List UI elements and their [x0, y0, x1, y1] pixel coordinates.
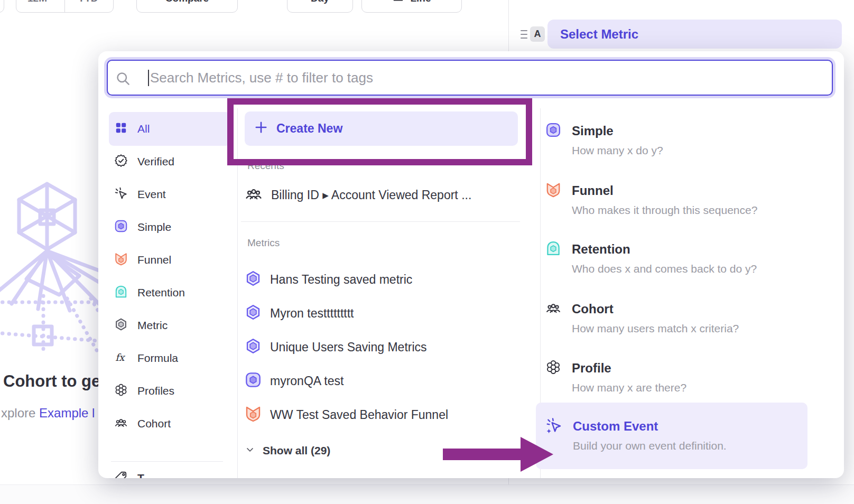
range-ytd-button[interactable]: YTD — [71, 0, 113, 12]
metric-list-item[interactable]: Myron testtttttttt — [245, 296, 530, 330]
saved-metric-hexagon-icon — [245, 270, 262, 289]
metric-item-label: Unique Users Saving Metrics — [270, 340, 427, 354]
cohort-icon — [114, 416, 128, 432]
select-metric-label: Select Metric — [560, 27, 638, 42]
sidebar-item-funnel[interactable]: Funnel — [109, 244, 231, 276]
metric-item-label: Myron testtttttttt — [270, 306, 354, 321]
segment-divider — [64, 0, 65, 12]
sidebar-item-label: Retention — [137, 286, 185, 299]
screen: 12M YTD Compare Day Line A Select Metric — [0, 0, 854, 504]
metric-item-label: myronQA test — [270, 374, 344, 388]
recent-item[interactable]: Billing ID ▸ Account Viewed Report ... — [245, 180, 530, 210]
type-title: Retention — [572, 240, 757, 258]
text-cursor — [148, 70, 149, 86]
sidebar-item-event[interactable]: Event — [109, 178, 231, 211]
line-chart-icon — [392, 0, 404, 5]
metric-item-label: Hans Testing saved metric — [270, 273, 412, 287]
funnel-icon — [245, 405, 262, 424]
metric-list-item[interactable]: Hans Testing saved metric — [245, 263, 530, 296]
sidebar-item-simple[interactable]: Simple — [109, 211, 231, 244]
verified-badge-icon — [114, 154, 128, 170]
sidebar-item-label: Funnel — [137, 254, 171, 266]
formula-icon: fx — [114, 350, 128, 366]
type-title: Custom Event — [573, 417, 727, 435]
compare-label: Compare — [165, 0, 209, 4]
explore-text: xplore — [1, 406, 39, 420]
example-link-partial[interactable]: l — [88, 406, 95, 420]
sidebar-item-retention[interactable]: Retention — [109, 276, 231, 309]
metric-list-item[interactable]: WW Test Saved Behavior Funnel — [245, 398, 530, 432]
compare-button[interactable]: Compare — [136, 0, 238, 13]
toolbar-edge-button[interactable] — [0, 0, 4, 13]
metric-type-cohort[interactable]: Cohort How many users match x criteria? — [545, 300, 810, 337]
range-ytd-label: YTD — [78, 0, 98, 4]
annotation-highlight-box — [227, 98, 532, 165]
simple-icon — [545, 122, 561, 158]
metric-type-retention[interactable]: Retention Who does x and comes back to d… — [545, 240, 810, 277]
chart-type-label: Line — [410, 0, 431, 4]
type-description: How many x do y? — [572, 143, 663, 158]
sidebar-item-cohort[interactable]: Cohort — [109, 407, 231, 440]
cohort-icon — [245, 185, 263, 205]
profiles-icon — [114, 383, 128, 399]
chart-type-line-button[interactable]: Line — [361, 0, 462, 13]
saved-metric-hexagon-icon — [245, 304, 262, 323]
sidebar-item-label: Verified — [137, 155, 174, 168]
sidebar-item-label: Metric — [137, 319, 168, 332]
range-12m-button[interactable]: 12M — [16, 0, 58, 12]
interval-day-button[interactable]: Day — [287, 0, 353, 13]
type-description: How many users match x criteria? — [572, 321, 739, 337]
section-divider — [241, 221, 520, 222]
metric-hexagon-icon — [114, 318, 128, 333]
metric-list-item[interactable]: Unique Users Saving Metrics — [245, 330, 530, 364]
sidebar-item-all[interactable]: All — [109, 112, 231, 146]
empty-state-subtext: xplore Example l — [1, 406, 95, 421]
sidebar-item-label: Formula — [137, 352, 178, 365]
sidebar-item-tags-partial[interactable]: T — [114, 470, 144, 478]
saved-metric-hexagon-icon — [245, 338, 262, 357]
empty-state-headline: Cohort to ge — [3, 372, 100, 391]
type-description: Who makes it through this sequence? — [572, 202, 757, 218]
sidebar-item-verified[interactable]: Verified — [109, 145, 231, 178]
type-title: Funnel — [572, 182, 757, 200]
type-title: Cohort — [572, 300, 739, 318]
metric-type-simple[interactable]: Simple How many x do y? — [545, 122, 810, 158]
search-input[interactable] — [108, 61, 832, 95]
sidebar-item-formula[interactable]: fx Formula — [109, 342, 231, 375]
type-description: How many x are there? — [572, 380, 686, 396]
sidebar-divider — [111, 461, 223, 462]
profiles-icon — [545, 359, 561, 396]
example-link[interactable]: Example — [39, 406, 88, 420]
metric-type-profile[interactable]: Profile How many x are there? — [545, 359, 810, 396]
simple-icon — [245, 371, 262, 390]
sidebar-item-label: Event — [137, 188, 166, 201]
sidebar-item-metric[interactable]: Metric — [109, 309, 231, 342]
type-title: Profile — [572, 359, 686, 377]
select-metric-pill[interactable]: Select Metric — [547, 20, 842, 49]
sidebar-item-label: Profiles — [137, 385, 174, 397]
search-field[interactable] — [107, 60, 833, 96]
drag-handle-icon[interactable] — [521, 30, 527, 39]
date-range-segmented-control[interactable]: 12M YTD — [16, 0, 114, 13]
custom-event-row[interactable]: Custom Event Build your own event defini… — [545, 417, 810, 454]
sidebar-item-label: All — [137, 123, 150, 135]
funnel-icon — [545, 182, 561, 218]
show-all-toggle[interactable]: Show all (29) — [245, 440, 330, 461]
sidebar-item-label: Simple — [137, 221, 171, 234]
event-cursor-icon — [114, 186, 128, 202]
tag-icon — [114, 470, 128, 478]
svg-text:fx: fx — [115, 352, 126, 363]
grid-icon — [114, 121, 128, 137]
sidebar-item-label: Cohort — [137, 417, 171, 430]
metric-type-funnel[interactable]: Funnel Who makes it through this sequenc… — [545, 182, 810, 218]
bottom-strip — [0, 485, 854, 504]
range-12m-label: 12M — [27, 0, 47, 4]
simple-icon — [114, 219, 128, 235]
clause-letter-badge: A — [530, 26, 545, 42]
interval-label: Day — [311, 0, 329, 4]
annotation-arrow — [441, 433, 555, 478]
sidebar-item-profiles[interactable]: Profiles — [109, 375, 231, 407]
metric-list-item[interactable]: myronQA test — [245, 364, 530, 398]
retention-icon — [114, 285, 128, 301]
metric-type-custom-event[interactable]: Custom Event Build your own event defini… — [536, 403, 807, 469]
